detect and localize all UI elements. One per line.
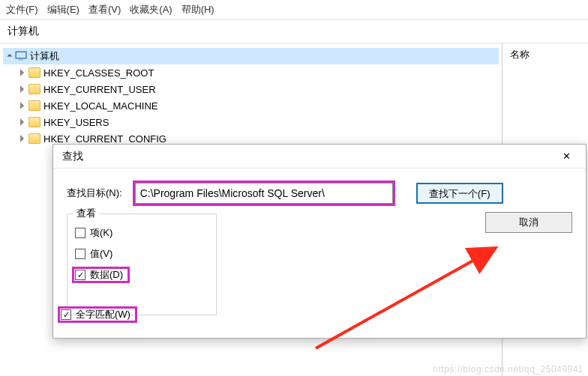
folder-icon (28, 84, 40, 94)
findwhat-label: 查找目标(N): (67, 187, 122, 200)
findwhat-highlight (133, 181, 395, 206)
tree-item-label: HKEY_LOCAL_MACHINE (44, 100, 158, 112)
checkbox-data[interactable]: ✓ 数据(D) (72, 267, 130, 283)
expand-icon[interactable] (18, 85, 26, 94)
dialog-title: 查找 (62, 150, 551, 163)
find-dialog: 查找 ✕ 查找目标(N): 查找下一个(F) 取消 查看 项(K) 值(V) ✓… (52, 144, 586, 339)
lookat-group: 查看 项(K) 值(V) ✓ 数据(D) (67, 213, 217, 315)
dialog-titlebar[interactable]: 查找 ✕ (53, 145, 586, 169)
close-button[interactable]: ✕ (551, 146, 581, 167)
lookat-label: 查看 (74, 207, 99, 220)
tree-root[interactable]: 计算机 (3, 48, 499, 64)
folder-icon (28, 100, 40, 111)
expand-icon[interactable] (18, 135, 26, 143)
checkbox-keys[interactable]: 项(K) (75, 225, 208, 241)
checkbox-icon (75, 228, 86, 238)
column-header-name[interactable]: 名称 (510, 48, 580, 61)
menu-bar: 文件(F) 编辑(E) 查看(V) 收藏夹(A) 帮助(H) (0, 0, 588, 20)
find-next-button[interactable]: 查找下一个(F) (416, 183, 503, 204)
checkbox-label: 值(V) (90, 247, 112, 261)
folder-icon (28, 117, 40, 127)
checkbox-label: 全字匹配(W) (76, 308, 130, 321)
address-bar[interactable]: 计算机 (0, 20, 588, 43)
menu-help[interactable]: 帮助(H) (182, 3, 214, 16)
findwhat-input[interactable] (135, 183, 393, 204)
checkbox-icon (75, 249, 86, 259)
tree-item-label: HKEY_CURRENT_CONFIG (44, 133, 166, 145)
tree-root-label: 计算机 (30, 49, 59, 63)
expand-icon[interactable] (18, 118, 26, 127)
expand-icon[interactable] (4, 52, 13, 61)
tree-item-label: HKEY_CURRENT_USER (44, 84, 156, 95)
expand-icon[interactable] (18, 69, 26, 77)
tree-item-label: HKEY_USERS (44, 117, 109, 128)
tree-item[interactable]: HKEY_CURRENT_USER (16, 81, 499, 97)
close-icon: ✕ (562, 151, 571, 162)
checkbox-matchwhole[interactable]: ✓ 全字匹配(W) (58, 306, 137, 323)
checkbox-icon: ✓ (75, 270, 86, 280)
menu-edit[interactable]: 编辑(E) (47, 3, 80, 16)
checkbox-icon: ✓ (61, 309, 71, 320)
menu-file[interactable]: 文件(F) (6, 3, 38, 16)
menu-favorites[interactable]: 收藏夹(A) (130, 3, 172, 16)
svg-line-3 (316, 248, 496, 348)
tree-item[interactable]: HKEY_USERS (16, 114, 499, 130)
folder-icon (28, 67, 40, 78)
expand-icon[interactable] (18, 102, 26, 110)
cancel-button[interactable]: 取消 (485, 212, 572, 233)
checkbox-label: 数据(D) (90, 268, 123, 282)
folder-icon (28, 133, 40, 144)
menu-view[interactable]: 查看(V) (88, 3, 121, 16)
checkbox-values[interactable]: 值(V) (75, 246, 208, 262)
tree-item-label: HKEY_CLASSES_ROOT (44, 67, 154, 79)
checkbox-label: 项(K) (90, 226, 112, 240)
computer-icon (15, 50, 27, 62)
tree-item[interactable]: HKEY_CLASSES_ROOT (16, 64, 499, 81)
watermark: https://blog.csdn.net/qq_25049941 (433, 364, 584, 375)
svg-rect-1 (16, 52, 26, 58)
tree-item[interactable]: HKEY_LOCAL_MACHINE (16, 97, 499, 114)
svg-rect-2 (19, 59, 23, 61)
